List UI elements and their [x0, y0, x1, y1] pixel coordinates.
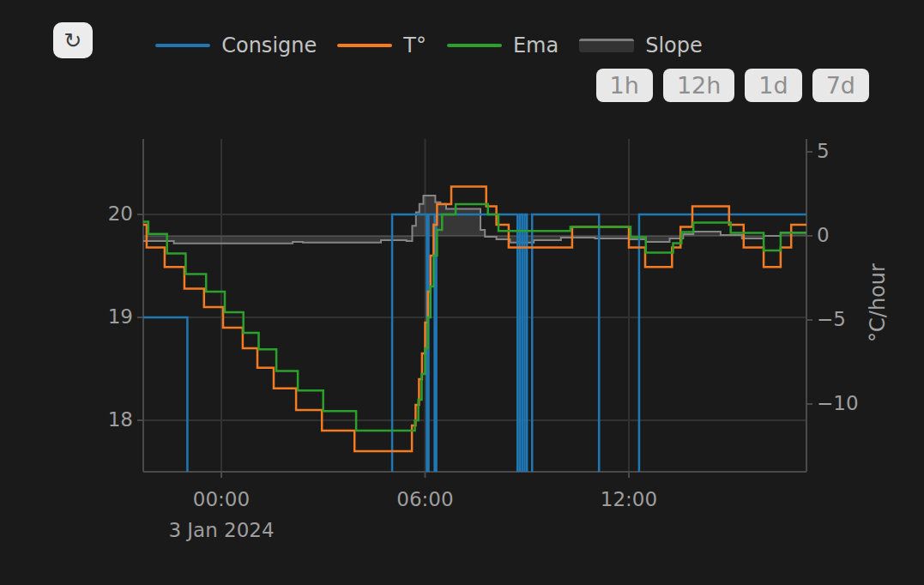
series-consigne-line	[143, 214, 807, 503]
plot-area[interactable]	[0, 0, 924, 585]
series-group	[143, 187, 807, 503]
climate-history-card: ↻ ConsigneT°EmaSlope 1h12h1d7d 3 Jan 202…	[0, 0, 924, 585]
